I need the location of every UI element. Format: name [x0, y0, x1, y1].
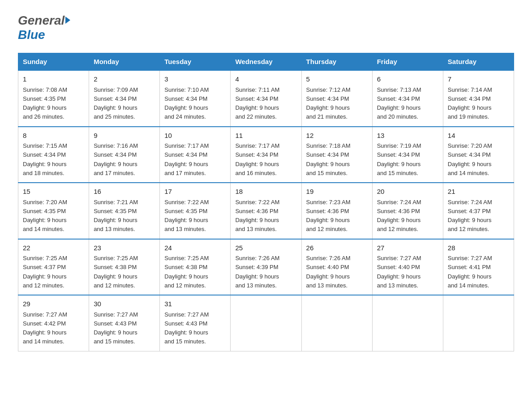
logo-arrow-icon — [65, 17, 70, 24]
day-info: Sunrise: 7:13 AMSunset: 4:34 PMDaylight:… — [377, 86, 421, 120]
calendar-cell: 2Sunrise: 7:09 AMSunset: 4:34 PMDaylight… — [89, 70, 160, 127]
day-number: 9 — [94, 131, 155, 141]
day-info: Sunrise: 7:20 AMSunset: 4:35 PMDaylight:… — [23, 199, 67, 233]
header-friday: Friday — [372, 53, 443, 71]
calendar-cell: 12Sunrise: 7:18 AMSunset: 4:34 PMDayligh… — [301, 127, 372, 183]
calendar-cell: 17Sunrise: 7:22 AMSunset: 4:35 PMDayligh… — [160, 183, 231, 239]
calendar-cell — [443, 295, 514, 351]
calendar-cell: 18Sunrise: 7:22 AMSunset: 4:36 PMDayligh… — [231, 183, 301, 239]
day-info: Sunrise: 7:17 AMSunset: 4:34 PMDaylight:… — [235, 142, 279, 176]
day-number: 12 — [306, 131, 368, 141]
day-number: 28 — [448, 243, 509, 253]
day-number: 22 — [23, 243, 84, 253]
day-info: Sunrise: 7:08 AMSunset: 4:35 PMDaylight:… — [23, 86, 67, 120]
day-info: Sunrise: 7:22 AMSunset: 4:35 PMDaylight:… — [164, 199, 209, 233]
calendar-cell: 26Sunrise: 7:26 AMSunset: 4:40 PMDayligh… — [301, 239, 372, 295]
logo: General Blue — [18, 13, 70, 42]
day-info: Sunrise: 7:10 AMSunset: 4:34 PMDaylight:… — [164, 86, 209, 120]
day-number: 20 — [377, 187, 438, 197]
page-header: General Blue — [18, 13, 514, 42]
day-info: Sunrise: 7:23 AMSunset: 4:36 PMDaylight:… — [306, 199, 351, 233]
calendar-cell: 24Sunrise: 7:25 AMSunset: 4:38 PMDayligh… — [160, 239, 231, 295]
day-info: Sunrise: 7:22 AMSunset: 4:36 PMDaylight:… — [235, 199, 279, 233]
day-info: Sunrise: 7:18 AMSunset: 4:34 PMDaylight:… — [306, 142, 351, 176]
day-info: Sunrise: 7:15 AMSunset: 4:34 PMDaylight:… — [23, 142, 67, 176]
calendar-week-row: 22Sunrise: 7:25 AMSunset: 4:37 PMDayligh… — [18, 239, 514, 295]
day-number: 13 — [377, 131, 438, 141]
header-tuesday: Tuesday — [160, 53, 231, 71]
calendar-cell: 7Sunrise: 7:14 AMSunset: 4:34 PMDaylight… — [443, 70, 514, 127]
day-number: 27 — [377, 243, 438, 253]
day-number: 10 — [164, 131, 226, 141]
day-info: Sunrise: 7:27 AMSunset: 4:43 PMDaylight:… — [94, 311, 138, 345]
day-number: 24 — [164, 243, 226, 253]
day-number: 18 — [235, 187, 296, 197]
calendar-cell: 9Sunrise: 7:16 AMSunset: 4:34 PMDaylight… — [89, 127, 160, 183]
calendar-cell: 8Sunrise: 7:15 AMSunset: 4:34 PMDaylight… — [18, 127, 89, 183]
calendar-cell: 1Sunrise: 7:08 AMSunset: 4:35 PMDaylight… — [18, 70, 89, 127]
day-info: Sunrise: 7:17 AMSunset: 4:34 PMDaylight:… — [164, 142, 209, 176]
day-number: 5 — [306, 74, 368, 85]
calendar-cell: 31Sunrise: 7:27 AMSunset: 4:43 PMDayligh… — [160, 295, 231, 351]
day-info: Sunrise: 7:19 AMSunset: 4:34 PMDaylight:… — [377, 142, 421, 176]
day-info: Sunrise: 7:26 AMSunset: 4:40 PMDaylight:… — [306, 255, 351, 289]
calendar-week-row: 15Sunrise: 7:20 AMSunset: 4:35 PMDayligh… — [18, 183, 514, 239]
day-info: Sunrise: 7:27 AMSunset: 4:42 PMDaylight:… — [23, 311, 67, 345]
calendar-cell — [301, 295, 372, 351]
day-number: 16 — [94, 187, 155, 197]
calendar-table: SundayMondayTuesdayWednesdayThursdayFrid… — [18, 53, 514, 351]
day-info: Sunrise: 7:25 AMSunset: 4:37 PMDaylight:… — [23, 255, 67, 289]
header-wednesday: Wednesday — [231, 53, 301, 71]
day-number: 17 — [164, 187, 226, 197]
day-info: Sunrise: 7:24 AMSunset: 4:37 PMDaylight:… — [448, 199, 492, 233]
day-number: 8 — [23, 131, 84, 141]
day-info: Sunrise: 7:11 AMSunset: 4:34 PMDaylight:… — [235, 86, 279, 120]
calendar-cell: 23Sunrise: 7:25 AMSunset: 4:38 PMDayligh… — [89, 239, 160, 295]
calendar-cell: 14Sunrise: 7:20 AMSunset: 4:34 PMDayligh… — [443, 127, 514, 183]
calendar-cell: 25Sunrise: 7:26 AMSunset: 4:39 PMDayligh… — [231, 239, 301, 295]
calendar-header-row: SundayMondayTuesdayWednesdayThursdayFrid… — [18, 53, 514, 71]
calendar-cell: 22Sunrise: 7:25 AMSunset: 4:37 PMDayligh… — [18, 239, 89, 295]
day-number: 1 — [23, 74, 84, 85]
day-number: 30 — [94, 299, 155, 309]
calendar-cell: 4Sunrise: 7:11 AMSunset: 4:34 PMDaylight… — [231, 70, 301, 127]
day-number: 7 — [448, 74, 509, 85]
header-saturday: Saturday — [443, 53, 514, 71]
header-thursday: Thursday — [301, 53, 372, 71]
header-sunday: Sunday — [18, 53, 89, 71]
calendar-cell: 5Sunrise: 7:12 AMSunset: 4:34 PMDaylight… — [301, 70, 372, 127]
day-number: 11 — [235, 131, 296, 141]
calendar-cell: 28Sunrise: 7:27 AMSunset: 4:41 PMDayligh… — [443, 239, 514, 295]
day-number: 29 — [23, 299, 84, 309]
day-number: 2 — [94, 74, 155, 85]
day-info: Sunrise: 7:26 AMSunset: 4:39 PMDaylight:… — [235, 255, 279, 289]
calendar-week-row: 8Sunrise: 7:15 AMSunset: 4:34 PMDaylight… — [18, 127, 514, 183]
calendar-cell: 15Sunrise: 7:20 AMSunset: 4:35 PMDayligh… — [18, 183, 89, 239]
day-info: Sunrise: 7:20 AMSunset: 4:34 PMDaylight:… — [448, 142, 492, 176]
day-number: 23 — [94, 243, 155, 253]
calendar-week-row: 1Sunrise: 7:08 AMSunset: 4:35 PMDaylight… — [18, 70, 514, 127]
day-info: Sunrise: 7:24 AMSunset: 4:36 PMDaylight:… — [377, 199, 421, 233]
calendar-cell: 10Sunrise: 7:17 AMSunset: 4:34 PMDayligh… — [160, 127, 231, 183]
calendar-cell — [231, 295, 301, 351]
calendar-cell: 21Sunrise: 7:24 AMSunset: 4:37 PMDayligh… — [443, 183, 514, 239]
day-info: Sunrise: 7:09 AMSunset: 4:34 PMDaylight:… — [94, 86, 138, 120]
day-info: Sunrise: 7:14 AMSunset: 4:34 PMDaylight:… — [448, 86, 492, 120]
calendar-week-row: 29Sunrise: 7:27 AMSunset: 4:42 PMDayligh… — [18, 295, 514, 351]
day-info: Sunrise: 7:25 AMSunset: 4:38 PMDaylight:… — [94, 255, 138, 289]
day-number: 15 — [23, 187, 84, 197]
calendar-cell: 19Sunrise: 7:23 AMSunset: 4:36 PMDayligh… — [301, 183, 372, 239]
day-number: 6 — [377, 74, 438, 85]
day-number: 19 — [306, 187, 368, 197]
calendar-cell: 16Sunrise: 7:21 AMSunset: 4:35 PMDayligh… — [89, 183, 160, 239]
day-info: Sunrise: 7:16 AMSunset: 4:34 PMDaylight:… — [94, 142, 138, 176]
header-monday: Monday — [89, 53, 160, 71]
logo-blue-text: Blue — [18, 28, 45, 42]
calendar-cell: 11Sunrise: 7:17 AMSunset: 4:34 PMDayligh… — [231, 127, 301, 183]
day-info: Sunrise: 7:12 AMSunset: 4:34 PMDaylight:… — [306, 86, 351, 120]
day-info: Sunrise: 7:27 AMSunset: 4:43 PMDaylight:… — [164, 311, 209, 345]
calendar-cell: 13Sunrise: 7:19 AMSunset: 4:34 PMDayligh… — [372, 127, 443, 183]
day-info: Sunrise: 7:25 AMSunset: 4:38 PMDaylight:… — [164, 255, 209, 289]
calendar-cell: 6Sunrise: 7:13 AMSunset: 4:34 PMDaylight… — [372, 70, 443, 127]
day-number: 3 — [164, 74, 226, 85]
